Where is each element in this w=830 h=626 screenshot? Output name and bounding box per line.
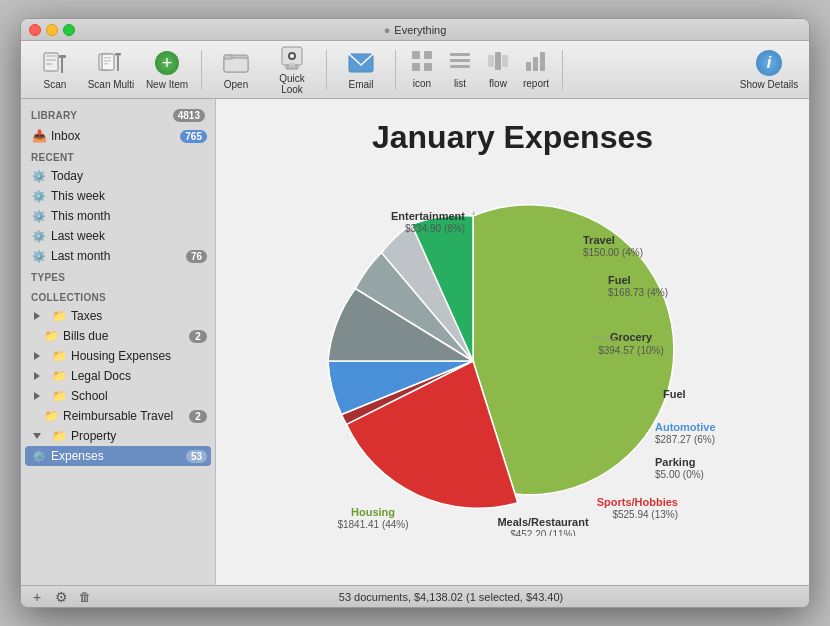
today-label: Today xyxy=(51,169,207,183)
scan-multi-button[interactable]: Scan Multi xyxy=(85,46,137,94)
open-button[interactable]: Open xyxy=(210,46,262,94)
library-count: 4813 xyxy=(173,109,205,122)
svg-rect-28 xyxy=(450,65,470,68)
close-button[interactable] xyxy=(29,24,41,36)
add-button[interactable]: + xyxy=(29,589,45,605)
grocery-value: $394.57 (10%) xyxy=(598,345,664,356)
action-button[interactable]: ⚙ xyxy=(53,589,69,605)
taxes-label: Taxes xyxy=(71,309,207,323)
show-details-button[interactable]: i Show Details xyxy=(737,46,801,94)
new-item-icon: + xyxy=(153,50,181,77)
separator-4 xyxy=(562,50,563,90)
icon-view-button[interactable]: icon xyxy=(404,46,440,94)
open-icon xyxy=(222,50,250,77)
report-view-icon xyxy=(525,50,547,76)
expenses-icon: ⚙️ xyxy=(31,448,47,464)
svg-rect-26 xyxy=(450,53,470,56)
sidebar-item-taxes[interactable]: 📁 Taxes xyxy=(21,306,215,326)
sidebar-item-school[interactable]: 📁 School xyxy=(21,386,215,406)
sidebar-item-last-week[interactable]: ⚙️ Last week xyxy=(21,226,215,246)
sidebar-item-legal[interactable]: 📁 Legal Docs xyxy=(21,366,215,386)
main-panel: January Expenses xyxy=(216,99,809,585)
scan-button[interactable]: Scan xyxy=(29,46,81,94)
this-month-label: This month xyxy=(51,209,207,223)
sidebar-item-expenses[interactable]: ⚙️ Expenses 53 xyxy=(25,446,211,466)
svg-point-18 xyxy=(290,54,294,58)
inbox-count: 765 xyxy=(180,130,207,143)
parking-value: $5.00 (0%) xyxy=(655,469,704,480)
property-triangle xyxy=(31,428,47,444)
property-folder-icon: 📁 xyxy=(51,428,67,444)
legal-label: Legal Docs xyxy=(71,369,207,383)
reimbursable-count: 2 xyxy=(189,410,207,423)
sports-value: $525.94 (13%) xyxy=(612,509,678,520)
sidebar-item-bills-due[interactable]: 📁 Bills due 2 xyxy=(21,326,215,346)
pie-chart: Grocery $394.57 (10%) Fuel Automotive $2… xyxy=(273,176,753,536)
window-title: ●Everything xyxy=(384,24,447,36)
maximize-button[interactable] xyxy=(63,24,75,36)
taxes-triangle xyxy=(31,308,47,324)
svg-rect-23 xyxy=(424,51,432,59)
types-section-header: TYPES xyxy=(21,266,215,286)
travel-text: Travel xyxy=(583,234,615,246)
scan-label: Scan xyxy=(44,79,67,90)
minimize-button[interactable] xyxy=(46,24,58,36)
sidebar-item-reimbursable[interactable]: 📁 Reimbursable Travel 2 xyxy=(21,406,215,426)
taxes-folder-icon: 📁 xyxy=(51,308,67,324)
sidebar-item-last-month[interactable]: ⚙️ Last month 76 xyxy=(21,246,215,266)
sidebar-item-this-month[interactable]: ⚙️ This month xyxy=(21,206,215,226)
entertainment-text: Entertainment xyxy=(391,210,465,222)
entertainment-value: $334.90 (8%) xyxy=(404,223,464,234)
scan-multi-label: Scan Multi xyxy=(88,79,135,90)
school-triangle xyxy=(31,388,47,404)
flow-view-button[interactable]: flow xyxy=(480,46,516,94)
list-view-icon xyxy=(449,50,471,76)
delete-button[interactable]: 🗑 xyxy=(77,589,93,605)
sidebar-item-property[interactable]: 📁 Property xyxy=(21,426,215,446)
bills-due-triangle xyxy=(31,328,39,344)
expenses-label: Expenses xyxy=(51,449,186,463)
main-window: ●Everything Scan xyxy=(20,18,810,608)
bills-due-label: Bills due xyxy=(63,329,189,343)
sidebar-item-this-week[interactable]: ⚙️ This week xyxy=(21,186,215,206)
list-view-button[interactable]: list xyxy=(442,46,478,94)
housing-value: $1841.41 (44%) xyxy=(337,519,408,530)
sidebar-item-inbox[interactable]: 📥 Inbox 765 xyxy=(21,126,215,146)
content-area: LIBRARY 4813 📥 Inbox 765 RECENT ⚙️ Today… xyxy=(21,99,809,585)
sidebar-item-today[interactable]: ⚙️ Today xyxy=(21,166,215,186)
reimbursable-triangle xyxy=(31,408,39,424)
scan-multi-icon xyxy=(97,49,125,77)
bills-due-count: 2 xyxy=(189,330,207,343)
icon-view-icon xyxy=(411,50,433,76)
this-week-icon: ⚙️ xyxy=(31,188,47,204)
traffic-lights xyxy=(29,24,75,36)
property-label: Property xyxy=(71,429,207,443)
parking-text: Parking xyxy=(655,456,695,468)
report-view-button[interactable]: report xyxy=(518,46,554,94)
svg-rect-34 xyxy=(540,52,545,71)
email-button[interactable]: Email xyxy=(335,46,387,94)
today-icon: ⚙️ xyxy=(31,168,47,184)
statusbar-text: 53 documents, $4,138.02 (1 selected, $43… xyxy=(101,591,801,603)
sports-text: Sports/Hobbies xyxy=(596,496,677,508)
this-month-icon: ⚙️ xyxy=(31,208,47,224)
report-view-label: report xyxy=(523,78,549,89)
quick-look-button[interactable]: Quick Look xyxy=(266,46,318,94)
scan-icon xyxy=(41,49,69,77)
flow-view-icon xyxy=(487,50,509,76)
recent-section-header: RECENT xyxy=(21,146,215,166)
housing-folder-icon: 📁 xyxy=(51,348,67,364)
show-details-label: Show Details xyxy=(740,79,798,90)
new-item-button[interactable]: + New Item xyxy=(141,46,193,94)
quick-look-label: Quick Look xyxy=(268,73,316,95)
svg-rect-30 xyxy=(495,52,501,70)
automotive-text: Automotive xyxy=(655,421,716,433)
sidebar-item-housing[interactable]: 📁 Housing Expenses xyxy=(21,346,215,366)
separator-2 xyxy=(326,50,327,90)
last-month-count: 76 xyxy=(186,250,207,263)
meals-text: Meals/Restaurant xyxy=(497,516,588,528)
last-week-label: Last week xyxy=(51,229,207,243)
svg-rect-8 xyxy=(104,57,111,59)
expenses-count: 53 xyxy=(186,450,207,463)
housing-label: Housing Expenses xyxy=(71,349,207,363)
